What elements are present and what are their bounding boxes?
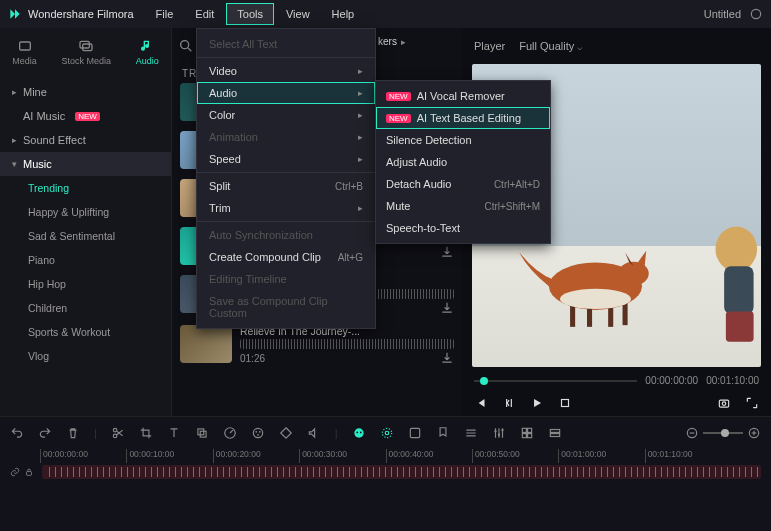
- video-track-clips[interactable]: [42, 465, 761, 479]
- dd-speed[interactable]: Speed▸: [197, 148, 375, 170]
- grid2-icon[interactable]: [548, 426, 562, 440]
- undo-icon[interactable]: [10, 426, 24, 440]
- dd-audio[interactable]: Audio▸: [197, 82, 375, 104]
- ai-icon[interactable]: [352, 426, 366, 440]
- crop-icon[interactable]: [139, 426, 153, 440]
- tick: 00:00:00:00: [40, 449, 126, 463]
- play-icon[interactable]: [530, 396, 544, 410]
- grid1-icon[interactable]: [520, 426, 534, 440]
- dd-auto-sync[interactable]: Auto Synchronization: [197, 224, 375, 246]
- dd-save-compound[interactable]: Save as Compound Clip Custom: [197, 290, 375, 324]
- project-title[interactable]: Untitled: [704, 8, 741, 20]
- menu-tools[interactable]: Tools: [226, 3, 274, 25]
- sm-detach-audio[interactable]: Detach AudioCtrl+Alt+D: [376, 173, 550, 195]
- dd-video[interactable]: Video▸: [197, 60, 375, 82]
- menu-help[interactable]: Help: [322, 4, 365, 24]
- keyframe-icon[interactable]: [279, 426, 293, 440]
- sub-children[interactable]: Children: [0, 296, 171, 320]
- cat-ai-music[interactable]: ▸AI MusicNEW: [0, 104, 171, 128]
- progress-thumb[interactable]: [480, 377, 488, 385]
- effects-icon[interactable]: [380, 426, 394, 440]
- prev-frame-icon[interactable]: [474, 396, 488, 410]
- svg-point-4: [181, 41, 189, 49]
- cat-music[interactable]: ▾Music: [0, 152, 171, 176]
- dd-select-all-text[interactable]: Select All Text: [197, 33, 375, 55]
- svg-point-36: [501, 429, 503, 431]
- dd-trim[interactable]: Trim▸: [197, 197, 375, 219]
- mode-media-label: Media: [12, 56, 37, 66]
- zoom-out-icon[interactable]: [685, 426, 699, 440]
- sort-dropdown-partial[interactable]: kers▸: [378, 36, 406, 47]
- cloud-icon[interactable]: [749, 7, 763, 21]
- sub-piano[interactable]: Piano: [0, 248, 171, 272]
- dd-split[interactable]: SplitCtrl+B: [197, 175, 375, 197]
- sub-happy[interactable]: Happy & Uplifting: [0, 200, 171, 224]
- video-track-row[interactable]: [0, 463, 771, 481]
- step-back-icon[interactable]: [502, 396, 516, 410]
- marker-icon[interactable]: [436, 426, 450, 440]
- svg-point-20: [113, 428, 117, 432]
- progress-bar[interactable]: [474, 380, 637, 382]
- menu-view[interactable]: View: [276, 4, 320, 24]
- zoom-slider[interactable]: [685, 426, 761, 440]
- zoom-in-icon[interactable]: [747, 426, 761, 440]
- dd-edit-timeline[interactable]: Editing Timeline: [197, 268, 375, 290]
- sub-hiphop[interactable]: Hip Hop: [0, 272, 171, 296]
- search-icon[interactable]: [178, 38, 194, 54]
- speed-icon[interactable]: [223, 426, 237, 440]
- timeline-ruler[interactable]: 00:00:00:00 00:00:10:00 00:00:20:00 00:0…: [0, 449, 771, 463]
- sub-sports[interactable]: Sports & Workout: [0, 320, 171, 344]
- sub-trending[interactable]: Trending: [0, 176, 171, 200]
- track-thumb: [180, 325, 232, 363]
- snapshot-icon[interactable]: [717, 396, 731, 410]
- svg-point-25: [255, 431, 257, 433]
- track-row[interactable]: Relieve In The Journey-...01:26: [180, 325, 454, 365]
- quality-dropdown[interactable]: Full Quality ⌵: [519, 40, 582, 52]
- dd-compound[interactable]: Create Compound ClipAlt+G: [197, 246, 375, 268]
- svg-point-34: [494, 430, 496, 432]
- sm-speech-to-text[interactable]: Speech-to-Text: [376, 217, 550, 239]
- svg-point-18: [722, 402, 726, 406]
- sm-vocal-remover[interactable]: NEWAI Vocal Remover: [376, 85, 550, 107]
- sm-text-based-editing[interactable]: NEWAI Text Based Editing: [376, 107, 550, 129]
- tools-dropdown: Select All Text Video▸ Audio▸ Color▸ Ani…: [196, 28, 376, 329]
- cut-icon[interactable]: [111, 426, 125, 440]
- svg-point-26: [259, 431, 261, 433]
- download-icon[interactable]: [440, 351, 454, 365]
- mode-stock[interactable]: Stock Media: [61, 38, 111, 66]
- adjust-icon[interactable]: [492, 426, 506, 440]
- playhead-row: 00:00:00:00 00:01:10:00: [462, 371, 771, 390]
- text-icon[interactable]: [167, 426, 181, 440]
- mode-media[interactable]: Media: [12, 38, 37, 66]
- dd-animation[interactable]: Animation▸: [197, 126, 375, 148]
- dd-color[interactable]: Color▸: [197, 104, 375, 126]
- track-icon[interactable]: [464, 426, 478, 440]
- mode-audio[interactable]: Audio: [136, 38, 159, 66]
- svg-rect-37: [522, 428, 526, 432]
- sm-silence-detection[interactable]: Silence Detection: [376, 129, 550, 151]
- menu-file[interactable]: File: [146, 4, 184, 24]
- cat-mine[interactable]: ▸Mine: [0, 80, 171, 104]
- stop-icon[interactable]: [558, 396, 572, 410]
- download-icon[interactable]: [440, 245, 454, 259]
- sub-vlog[interactable]: Vlog: [0, 344, 171, 368]
- audio-tool-icon[interactable]: [307, 426, 321, 440]
- link-icon[interactable]: [10, 466, 20, 478]
- mask-icon[interactable]: [408, 426, 422, 440]
- sm-mute[interactable]: MuteCtrl+Shift+M: [376, 195, 550, 217]
- menu-edit[interactable]: Edit: [185, 4, 224, 24]
- cat-sound-effect[interactable]: ▸Sound Effect: [0, 128, 171, 152]
- sm-adjust-audio[interactable]: Adjust Audio: [376, 151, 550, 173]
- audio-icon: [139, 38, 155, 54]
- svg-rect-41: [550, 430, 559, 433]
- svg-rect-38: [527, 428, 531, 432]
- delete-icon[interactable]: [66, 426, 80, 440]
- child-illustration: [703, 223, 761, 353]
- color-icon[interactable]: [251, 426, 265, 440]
- redo-icon[interactable]: [38, 426, 52, 440]
- copy-icon[interactable]: [195, 426, 209, 440]
- lock-icon[interactable]: [24, 466, 34, 478]
- expand-icon[interactable]: [745, 396, 759, 410]
- sub-sad[interactable]: Sad & Sentimental: [0, 224, 171, 248]
- download-icon[interactable]: [440, 301, 454, 315]
